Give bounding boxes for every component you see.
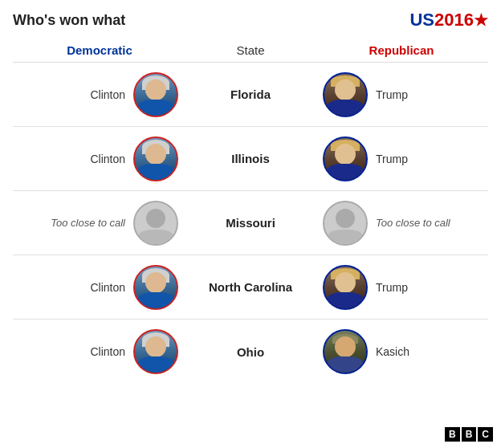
avatar-face xyxy=(145,336,166,357)
rep-avatar xyxy=(323,265,368,310)
table-row: Clinton Florida Trump xyxy=(13,63,488,127)
avatar-face xyxy=(146,209,165,228)
rep-side: Too close to call xyxy=(323,201,480,246)
column-headers: Democratic State Republican xyxy=(13,39,488,63)
rep-candidate-name: Kasich xyxy=(376,345,409,358)
dem-candidate-name: Clinton xyxy=(90,88,125,101)
bbc-label: C xyxy=(478,427,493,442)
logo-us: US xyxy=(409,10,434,31)
avatar-body xyxy=(328,100,363,116)
rep-avatar xyxy=(323,201,368,246)
logo-star: ★ xyxy=(474,10,488,30)
bbc-label: B xyxy=(445,427,460,442)
avatar-body xyxy=(138,292,173,308)
avatar-body xyxy=(138,164,173,180)
table-row: Too close to call Missouri Too close to … xyxy=(13,191,488,255)
page-title: Who's won what xyxy=(13,12,125,29)
logo: US2016★ xyxy=(409,10,488,31)
logo-year: 2016 xyxy=(434,10,474,31)
dem-avatar xyxy=(133,136,178,181)
state-name: Florida xyxy=(178,88,323,101)
dem-side: Clinton xyxy=(21,136,178,181)
main-container: Who's won what US2016★ Democratic State … xyxy=(0,0,501,393)
dem-side: Clinton xyxy=(21,265,178,310)
state-column-header: State xyxy=(178,43,323,57)
avatar-body xyxy=(138,356,173,373)
bbc-logo: B B C xyxy=(445,427,493,442)
dem-avatar xyxy=(133,201,178,246)
state-name: Illinois xyxy=(178,152,323,165)
dem-candidate-name: Clinton xyxy=(90,153,125,165)
rep-side: Trump xyxy=(323,72,480,117)
dem-side: Too close to call xyxy=(21,201,178,246)
avatar-face xyxy=(145,272,166,293)
dem-avatar xyxy=(133,329,178,374)
rep-candidate-name: Trump xyxy=(376,281,408,294)
state-name: North Carolina xyxy=(178,280,323,294)
dem-column-header: Democratic xyxy=(21,43,178,57)
rep-candidate-name: Trump xyxy=(376,153,408,165)
dem-side: Clinton xyxy=(21,329,178,374)
avatar-body xyxy=(328,292,363,308)
dem-candidate-name: Clinton xyxy=(90,281,125,294)
avatar-body xyxy=(138,100,173,116)
dem-avatar xyxy=(133,72,178,117)
rep-side: Trump xyxy=(323,136,480,181)
dem-candidate-name: Too close to call xyxy=(51,217,125,229)
avatar-body xyxy=(328,164,363,180)
avatar-face xyxy=(335,144,356,165)
rep-candidate-name: Too close to call xyxy=(376,217,450,229)
table-row: Clinton North Carolina Trump xyxy=(13,255,488,320)
avatar-face xyxy=(145,79,166,100)
avatar-face xyxy=(335,336,356,357)
avatar-body xyxy=(328,356,363,373)
table-row: Clinton Ohio Kasich xyxy=(13,320,488,384)
state-name: Missouri xyxy=(178,216,323,230)
bbc-label: B xyxy=(462,427,477,442)
dem-side: Clinton xyxy=(21,72,178,117)
avatar-face xyxy=(336,209,355,228)
avatar-face xyxy=(145,144,166,165)
dem-candidate-name: Clinton xyxy=(90,345,125,358)
rep-column-header: Republican xyxy=(323,43,480,57)
avatar-face xyxy=(335,272,356,293)
avatar-body xyxy=(328,230,362,244)
header: Who's won what US2016★ xyxy=(13,10,488,31)
rep-avatar xyxy=(323,329,368,374)
table-row: Clinton Illinois Trump xyxy=(13,127,488,191)
dem-avatar xyxy=(133,265,178,310)
rep-side: Trump xyxy=(323,265,480,310)
rep-side: Kasich xyxy=(323,329,480,374)
avatar-body xyxy=(139,230,173,244)
rep-avatar xyxy=(323,136,368,181)
rep-avatar xyxy=(323,72,368,117)
avatar-face xyxy=(335,79,356,100)
state-name: Ohio xyxy=(178,345,323,359)
rep-candidate-name: Trump xyxy=(376,88,408,101)
